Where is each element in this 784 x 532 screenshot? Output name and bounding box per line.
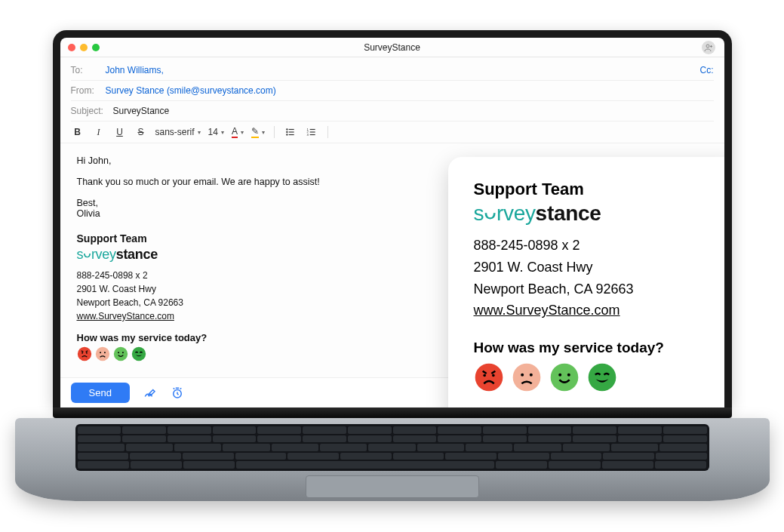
signature-survey-prompt: How was my service today? bbox=[474, 340, 717, 356]
svg-rect-6 bbox=[289, 131, 294, 132]
svg-point-31 bbox=[492, 374, 495, 377]
highlight-button[interactable]: ✎ ▾ bbox=[251, 126, 265, 138]
from-value[interactable]: Survey Stance (smile@surveystance.com) bbox=[106, 85, 276, 96]
chevron-down-icon: ▾ bbox=[198, 129, 201, 136]
underline-button[interactable]: U bbox=[113, 125, 127, 139]
to-label: To: bbox=[71, 65, 106, 75]
svg-point-22 bbox=[103, 352, 105, 353]
add-contact-icon[interactable] bbox=[702, 41, 715, 54]
to-field-row[interactable]: To: John Williams , Cc: bbox=[71, 60, 714, 81]
signature-phone: 888-245-0898 x 2 bbox=[474, 235, 717, 257]
signature-website-link[interactable]: www.SurveyStance.com bbox=[474, 300, 717, 321]
svg-point-30 bbox=[483, 374, 486, 377]
from-field-row[interactable]: From: Survey Stance (smile@surveystance.… bbox=[71, 81, 714, 101]
laptop-frame: SurveyStance To: John Williams , Cc: Fro… bbox=[53, 30, 732, 501]
subject-field-row[interactable]: Subject: SurveyStance bbox=[71, 101, 714, 121]
font-family-select[interactable]: sans-serif ▾ bbox=[155, 127, 201, 137]
svg-point-24 bbox=[118, 352, 119, 353]
text-color-button[interactable]: A ▾ bbox=[232, 126, 244, 138]
font-size-value: 14 bbox=[208, 127, 218, 137]
cc-button[interactable]: Cc: bbox=[700, 65, 714, 75]
svg-rect-8 bbox=[289, 134, 294, 135]
laptop-keyboard bbox=[75, 424, 709, 471]
window-title: SurveyStance bbox=[60, 42, 724, 53]
signature-zoom-card: Support Team sᴗrveystance 888-245-0898 x… bbox=[448, 157, 724, 407]
angry-face-icon[interactable] bbox=[77, 346, 92, 364]
font-size-select[interactable]: 14 ▾ bbox=[208, 127, 224, 137]
signature-team-name: Support Team bbox=[474, 180, 717, 199]
signature-contact: 888-245-0898 x 2 2901 W. Coast Hwy Newpo… bbox=[474, 235, 717, 321]
to-comma: , bbox=[161, 65, 164, 75]
chevron-down-icon: ▾ bbox=[262, 129, 265, 136]
sad-face-icon[interactable] bbox=[95, 346, 110, 364]
chevron-down-icon: ▾ bbox=[241, 129, 244, 136]
angry-face-icon[interactable] bbox=[474, 362, 504, 395]
toolbar-separator bbox=[327, 126, 328, 138]
happy-face-icon[interactable] bbox=[113, 346, 128, 364]
sad-face-icon[interactable] bbox=[512, 362, 542, 395]
svg-rect-14 bbox=[310, 134, 315, 135]
very-happy-face-icon[interactable] bbox=[131, 346, 146, 364]
bullet-list-button[interactable] bbox=[284, 125, 297, 139]
signature-address-2: Newport Beach, CA 92663 bbox=[474, 278, 717, 300]
signature-logo: sᴗrveystance bbox=[474, 201, 717, 226]
laptop-deck bbox=[15, 418, 770, 501]
bold-button[interactable]: B bbox=[71, 125, 85, 139]
from-label: From: bbox=[71, 85, 106, 96]
svg-point-7 bbox=[286, 134, 287, 135]
schedule-send-icon[interactable] bbox=[171, 386, 184, 400]
happy-face-icon[interactable] bbox=[549, 362, 580, 395]
signature-address-1: 2901 W. Coast Hwy bbox=[474, 257, 717, 278]
subject-value[interactable]: SurveyStance bbox=[113, 106, 170, 116]
svg-point-21 bbox=[100, 352, 101, 353]
svg-point-38 bbox=[588, 364, 616, 392]
svg-point-32 bbox=[512, 364, 540, 392]
svg-point-20 bbox=[95, 347, 109, 361]
svg-rect-10 bbox=[310, 129, 315, 130]
svg-point-0 bbox=[706, 45, 709, 48]
font-family-value: sans-serif bbox=[155, 127, 195, 137]
svg-point-37 bbox=[567, 374, 570, 377]
text-color-icon: A bbox=[232, 126, 238, 138]
italic-button[interactable]: I bbox=[92, 125, 106, 139]
svg-point-3 bbox=[286, 128, 287, 130]
to-recipient[interactable]: John Williams bbox=[106, 65, 161, 75]
svg-point-25 bbox=[121, 352, 123, 353]
laptop-hinge bbox=[53, 407, 732, 418]
toolbar-separator bbox=[274, 126, 275, 138]
svg-point-15 bbox=[77, 347, 91, 361]
svg-rect-12 bbox=[310, 131, 315, 132]
format-toolbar: B I U S sans-serif ▾ 14 ▾ A ▾ ✎ ▾ bbox=[60, 121, 724, 143]
svg-point-35 bbox=[550, 364, 578, 392]
svg-point-18 bbox=[81, 352, 83, 354]
svg-point-26 bbox=[131, 347, 145, 361]
svg-point-19 bbox=[86, 352, 88, 354]
numbered-list-button[interactable]: 123 bbox=[305, 125, 318, 139]
svg-point-5 bbox=[286, 131, 287, 133]
chevron-down-icon: ▾ bbox=[221, 129, 224, 136]
header-fields: To: John Williams , Cc: From: Survey Sta… bbox=[60, 57, 724, 121]
svg-point-33 bbox=[521, 374, 524, 377]
svg-point-36 bbox=[558, 374, 561, 377]
signature-icon[interactable] bbox=[143, 386, 157, 400]
signature-survey-faces-large bbox=[474, 362, 717, 395]
email-compose-window: SurveyStance To: John Williams , Cc: Fro… bbox=[60, 38, 724, 407]
titlebar: SurveyStance bbox=[60, 38, 724, 57]
svg-rect-4 bbox=[289, 129, 294, 130]
svg-text:3: 3 bbox=[306, 133, 309, 137]
strikethrough-button[interactable]: S bbox=[134, 125, 148, 139]
very-happy-face-icon[interactable] bbox=[587, 362, 617, 395]
highlight-icon: ✎ bbox=[251, 126, 259, 138]
svg-point-23 bbox=[113, 347, 127, 361]
svg-point-34 bbox=[529, 374, 532, 377]
send-button[interactable]: Send bbox=[71, 383, 130, 403]
subject-label: Subject: bbox=[71, 106, 113, 116]
laptop-trackpad bbox=[306, 475, 479, 498]
screen-bezel: SurveyStance To: John Williams , Cc: Fro… bbox=[53, 30, 732, 407]
svg-point-27 bbox=[475, 364, 503, 392]
